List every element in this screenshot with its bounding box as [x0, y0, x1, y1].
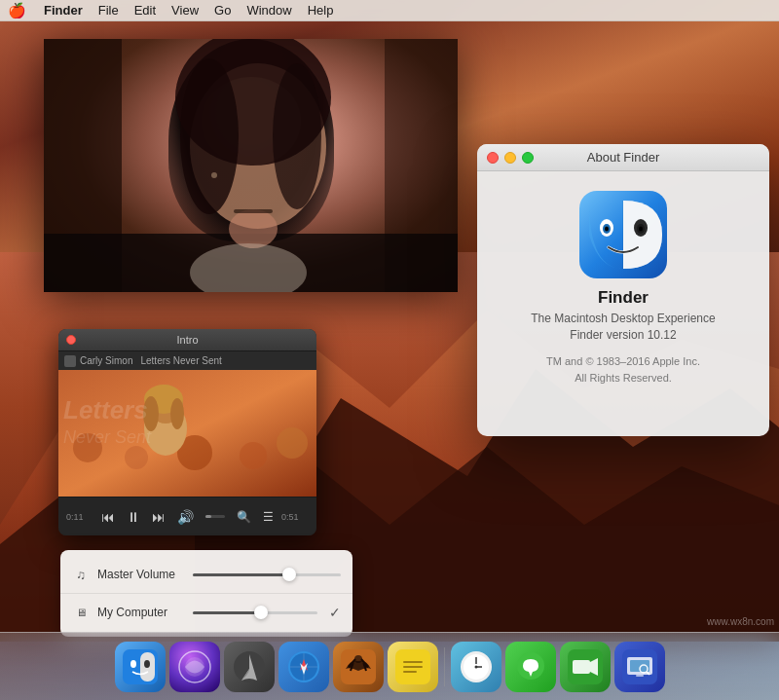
- computer-icon: 🖥: [72, 604, 90, 621]
- list-button[interactable]: ☰: [259, 509, 278, 525]
- window-title: About Finder: [587, 150, 659, 165]
- about-finder-window: About Finder: [477, 144, 769, 436]
- master-volume-slider[interactable]: [193, 573, 341, 576]
- volume-divider: [60, 593, 352, 594]
- itunes-title: Intro: [176, 334, 198, 346]
- itunes-artist-icon: [64, 355, 76, 367]
- svg-point-11: [229, 209, 278, 248]
- video-overlay: [44, 39, 458, 292]
- time-end: 0:51: [281, 512, 309, 522]
- svg-text:Letters: Letters: [63, 395, 148, 424]
- computer-volume-fill: [193, 611, 261, 614]
- itunes-song-info: Carly Simon Letters Never Sent: [58, 350, 316, 370]
- itunes-titlebar: Intro: [58, 329, 316, 350]
- menubar: 🍎 Finder File Edit View Go Window Help: [0, 0, 779, 21]
- video-window: [44, 39, 458, 292]
- dock-item-safari[interactable]: [278, 642, 329, 692]
- computer-volume-thumb[interactable]: [254, 606, 268, 619]
- dock-item-finder[interactable]: [115, 642, 166, 692]
- dock-item-messages[interactable]: [505, 642, 556, 692]
- menubar-go[interactable]: Go: [206, 3, 239, 18]
- dock-item-siri[interactable]: [169, 642, 220, 692]
- dock-item-notes[interactable]: [388, 642, 438, 692]
- svg-text:Never Sent: Never Sent: [63, 427, 152, 447]
- app-subtitle: The Macintosh Desktop Experience: [531, 312, 715, 325]
- volume-popup: ♫ Master Volume 🖥 My Computer ✓: [60, 550, 352, 637]
- check-mark-icon: ✓: [329, 605, 341, 620]
- itunes-controls: 0:11 ⏮ ⏸ ⏭ 🔊 🔍 ☰ 0:51: [58, 497, 316, 535]
- progress-track[interactable]: [205, 515, 225, 518]
- svg-point-19: [605, 227, 609, 232]
- play-pause-button[interactable]: ⏸: [123, 508, 144, 526]
- master-volume-thumb[interactable]: [282, 568, 296, 581]
- dock-divider: [444, 647, 445, 686]
- svg-point-50: [354, 655, 362, 663]
- svg-rect-67: [636, 675, 644, 677]
- apple-menu[interactable]: 🍎: [8, 2, 26, 19]
- svg-point-59: [474, 665, 477, 668]
- svg-point-33: [170, 398, 184, 429]
- itunes-close-button[interactable]: [66, 335, 76, 345]
- maximize-button[interactable]: [522, 152, 534, 164]
- menubar-help[interactable]: Help: [300, 3, 342, 18]
- time-start: 0:11: [66, 512, 93, 522]
- master-volume-fill: [193, 573, 289, 576]
- svg-rect-13: [234, 209, 273, 213]
- finder-app-icon: [579, 191, 667, 278]
- app-name: Finder: [598, 288, 649, 308]
- svg-rect-54: [403, 671, 417, 673]
- menubar-finder[interactable]: Finder: [36, 3, 91, 18]
- svg-point-7: [273, 63, 321, 209]
- my-computer-label: My Computer: [97, 606, 185, 619]
- svg-point-28: [277, 427, 308, 459]
- svg-point-14: [211, 172, 217, 178]
- svg-point-6: [180, 58, 239, 214]
- svg-point-38: [130, 660, 136, 668]
- svg-point-27: [240, 442, 267, 469]
- minimize-button[interactable]: [504, 152, 516, 164]
- menubar-edit[interactable]: Edit: [127, 3, 164, 18]
- menubar-file[interactable]: File: [91, 3, 127, 18]
- computer-volume-slider[interactable]: [193, 611, 317, 614]
- svg-rect-53: [403, 666, 423, 668]
- itunes-player: Intro Carly Simon Letters Never Sent: [58, 329, 316, 535]
- dock: [0, 632, 779, 700]
- traffic-lights: [487, 152, 534, 164]
- svg-point-39: [144, 660, 150, 668]
- master-volume-label: Master Volume: [97, 568, 185, 581]
- menubar-window[interactable]: Window: [239, 3, 299, 18]
- itunes-album: Letters Never Sent: [140, 355, 221, 366]
- dock-item-photos[interactable]: [333, 642, 384, 692]
- app-copyright: TM and © 1983–2016 Apple Inc.All Rights …: [546, 353, 700, 386]
- itunes-artist: Carly Simon: [80, 355, 132, 366]
- video-content: [44, 39, 458, 292]
- window-titlebar: About Finder: [477, 144, 769, 171]
- dock-item-preview[interactable]: [614, 642, 665, 692]
- fast-forward-button[interactable]: ⏭: [148, 508, 169, 526]
- master-volume-row: ♫ Master Volume: [60, 558, 352, 591]
- search-button[interactable]: 🔍: [233, 509, 255, 525]
- svg-rect-62: [573, 660, 590, 674]
- music-note-icon: ♫: [72, 566, 90, 583]
- svg-rect-52: [403, 661, 423, 663]
- watermark: www.wx8n.com: [707, 616, 774, 627]
- about-content: Finder The Macintosh Desktop Experience …: [477, 171, 769, 400]
- desktop: 🍎 Finder File Edit View Go Window Help: [0, 0, 779, 700]
- rewind-button[interactable]: ⏮: [97, 508, 119, 526]
- svg-point-22: [639, 227, 643, 232]
- menubar-view[interactable]: View: [164, 3, 206, 18]
- my-computer-row: 🖥 My Computer ✓: [60, 596, 352, 629]
- app-version: Finder version 10.12: [570, 328, 676, 342]
- svg-point-25: [125, 446, 148, 469]
- dock-item-launchpad[interactable]: [224, 642, 275, 692]
- volume-button[interactable]: 🔊: [173, 508, 198, 526]
- close-button[interactable]: [487, 152, 499, 164]
- progress-fill: [205, 515, 211, 518]
- dock-item-clock[interactable]: [451, 642, 501, 692]
- dock-item-facetime[interactable]: [560, 642, 611, 692]
- finder-icon-svg: [579, 191, 667, 278]
- album-art-svg: Letters Never Sent: [58, 370, 316, 497]
- itunes-album-art: Letters Never Sent: [58, 370, 316, 497]
